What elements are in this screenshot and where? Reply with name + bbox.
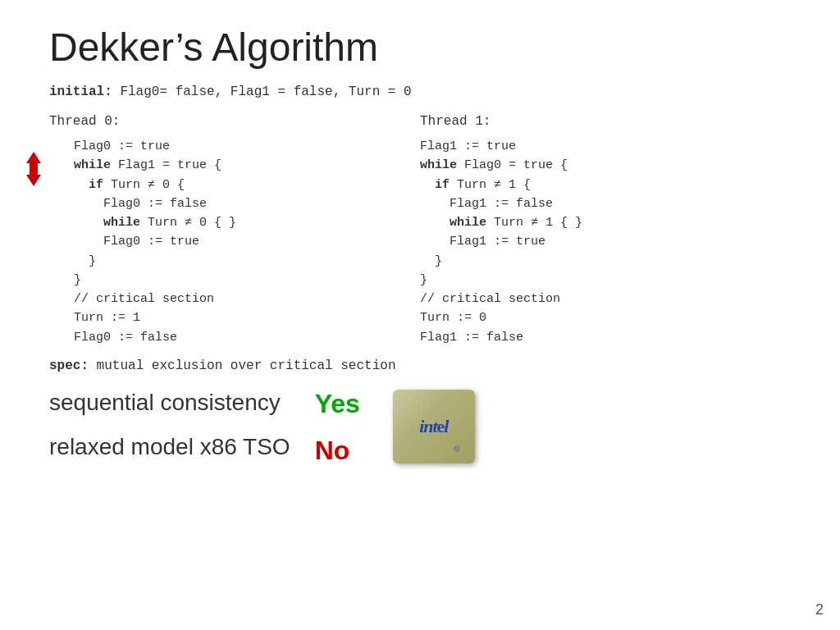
result-values: Yes No — [315, 390, 360, 465]
page-number: 2 — [815, 601, 824, 619]
arrow-indicator — [26, 152, 41, 186]
yes-value: Yes — [315, 390, 360, 418]
page-title: Dekker’s Algorithm — [49, 25, 791, 70]
sequential-consistency-label: sequential consistency — [49, 390, 281, 415]
threads-container: Thread 0: Flag0 := true while Flag1 = tr… — [49, 114, 791, 347]
initial-value: Flag0= false, Flag1 = false, Turn = 0 — [112, 84, 412, 99]
results-labels: sequential consistency relaxed model x86… — [49, 390, 290, 478]
thread-0: Thread 0: Flag0 := true while Flag1 = tr… — [49, 114, 420, 347]
t0-line-5: while Turn ≠ 0 { } — [74, 213, 420, 232]
initial-line: initial: Flag0= false, Flag1 = false, Tu… — [49, 84, 791, 99]
t1-line-11: Flag1 := false — [420, 328, 791, 347]
t0-line-6: Flag0 := true — [74, 232, 420, 251]
cpu-dot — [454, 445, 460, 452]
thread-1-label: Thread 1: — [420, 114, 791, 129]
thread-1-code: Flag1 := true while Flag0 = true { if Tu… — [420, 137, 791, 347]
relaxed-model-label: relaxed model x86 TSO — [49, 434, 290, 459]
t0-line-7: } — [74, 252, 420, 271]
t0-line-1: Flag0 := true — [74, 137, 420, 156]
initial-keyword: initial: — [49, 84, 112, 99]
results-area: sequential consistency relaxed model x86… — [49, 390, 791, 478]
spec-value: mutual exclusion over critical section — [89, 358, 395, 373]
t1-line-1: Flag1 := true — [420, 137, 791, 156]
spec-line: spec: mutual exclusion over critical sec… — [49, 358, 791, 373]
result-row-2: relaxed model x86 TSO — [49, 434, 290, 460]
t0-line-4: Flag0 := false — [74, 194, 420, 213]
arrow-down-icon — [26, 175, 41, 186]
thread-0-label: Thread 0: — [49, 114, 420, 129]
t0-line-11: Flag0 := false — [74, 328, 420, 347]
arrow-body — [30, 163, 38, 175]
t1-line-2: while Flag0 = true { — [420, 156, 791, 175]
no-value: No — [315, 436, 360, 465]
cpu-brand-label: intel — [419, 416, 448, 437]
t1-line-10: Turn := 0 — [420, 308, 791, 327]
t1-line-6: Flag1 := true — [420, 232, 791, 251]
t1-line-7: } — [420, 252, 791, 271]
slide: Dekker’s Algorithm initial: Flag0= false… — [0, 0, 840, 630]
thread-0-code: Flag0 := true while Flag1 = true { if Tu… — [49, 137, 420, 347]
t0-line-10: Turn := 1 — [74, 308, 420, 327]
arrow-up-icon — [26, 152, 41, 163]
cpu-body: intel — [393, 390, 475, 463]
cpu-chip: intel — [385, 381, 483, 472]
t1-line-9: // critical section — [420, 290, 791, 308]
t1-line-8: } — [420, 271, 791, 290]
t0-line-9: // critical section — [74, 290, 420, 308]
t1-line-4: Flag1 := false — [420, 194, 791, 213]
t0-line-3: if Turn ≠ 0 { — [74, 176, 420, 194]
thread-1: Thread 1: Flag1 := true while Flag0 = tr… — [420, 114, 791, 347]
result-row-1: sequential consistency — [49, 390, 290, 416]
t1-line-3: if Turn ≠ 1 { — [420, 176, 791, 194]
t0-line-8: } — [74, 271, 420, 290]
spec-keyword: spec: — [49, 358, 89, 373]
t0-line-2: while Flag1 = true { — [74, 156, 420, 175]
t1-line-5: while Turn ≠ 1 { } — [420, 213, 791, 232]
